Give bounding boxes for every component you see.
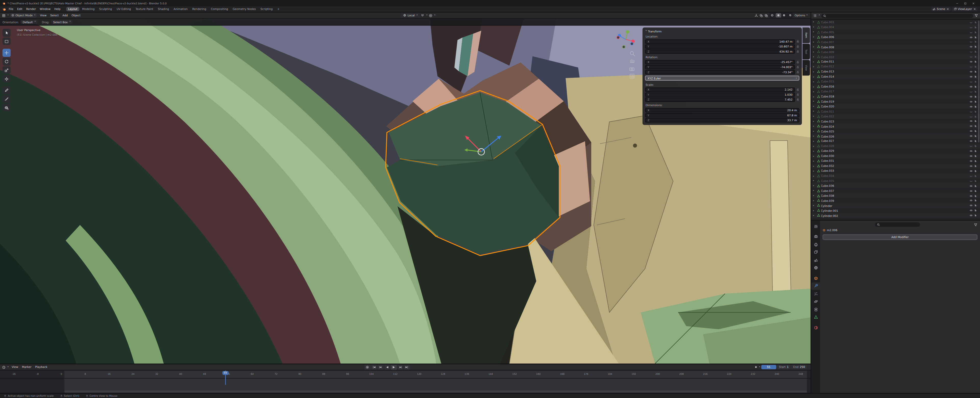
expand-chevron-icon[interactable]: ▸ — [813, 150, 816, 152]
selectability-icon[interactable] — [974, 45, 977, 48]
selectability-icon[interactable] — [974, 159, 977, 162]
lock-icon[interactable] — [796, 88, 799, 91]
hide-viewport-icon[interactable] — [969, 179, 972, 182]
expand-chevron-icon[interactable]: ▸ — [813, 214, 816, 217]
selectability-icon[interactable] — [974, 199, 977, 202]
collapse-chevron-icon[interactable]: ▾ — [646, 30, 647, 32]
transform-value-field[interactable]: X-25.457° — [645, 60, 795, 65]
expand-chevron-icon[interactable]: ▸ — [813, 165, 816, 167]
selectability-icon[interactable] — [974, 40, 977, 44]
properties-search-input[interactable] — [875, 223, 920, 227]
hide-viewport-icon[interactable] — [969, 45, 972, 48]
hide-viewport-icon[interactable] — [969, 134, 972, 138]
lock-icon[interactable] — [796, 93, 799, 96]
expand-chevron-icon[interactable]: ▸ — [813, 115, 816, 118]
transform-value-field[interactable]: Y1.030 — [645, 92, 795, 97]
hide-viewport-icon[interactable] — [969, 105, 972, 108]
selectability-icon[interactable] — [974, 119, 977, 123]
outliner-row[interactable]: ▸Cube.026 — [811, 134, 980, 139]
expand-chevron-icon[interactable]: ▸ — [813, 160, 816, 162]
workspace-tab-rendering[interactable]: Rendering — [190, 6, 208, 11]
expand-chevron-icon[interactable]: ▸ — [813, 155, 816, 158]
orientation-dropdown[interactable]: Local ▾ — [401, 13, 420, 18]
proportional-edit-icon[interactable] — [429, 14, 433, 18]
selectability-icon[interactable] — [974, 80, 977, 83]
lock-icon[interactable] — [796, 50, 799, 53]
selectability-icon[interactable] — [974, 100, 977, 103]
selectability-icon[interactable] — [974, 105, 977, 108]
lock-icon[interactable] — [796, 98, 799, 101]
select-box-tool-button[interactable] — [3, 38, 11, 45]
outliner-row[interactable]: ▸Cube.009 — [811, 49, 980, 54]
hide-viewport-icon[interactable] — [969, 199, 972, 202]
transform-value-field[interactable]: Z33.7 m — [645, 118, 799, 123]
hide-viewport-icon[interactable] — [969, 85, 972, 88]
expand-chevron-icon[interactable]: ▸ — [813, 204, 816, 207]
expand-chevron-icon[interactable]: ▸ — [813, 170, 816, 172]
expand-chevron-icon[interactable]: ▸ — [813, 51, 816, 53]
expand-chevron-icon[interactable]: ▸ — [813, 209, 816, 212]
timeline-menu-view[interactable]: View — [10, 365, 20, 369]
maximize-button[interactable] — [961, 0, 969, 6]
expand-chevron-icon[interactable]: ▸ — [813, 194, 816, 197]
add-workspace-button[interactable]: + — [275, 6, 282, 11]
expand-chevron-icon[interactable]: ▸ — [813, 26, 816, 28]
selectability-icon[interactable] — [974, 150, 977, 153]
selectability-icon[interactable] — [974, 75, 977, 78]
hide-viewport-icon[interactable] — [969, 145, 972, 148]
start-frame-field[interactable]: Start 1 — [777, 365, 791, 369]
outliner-row[interactable]: ▸Cube.031 — [811, 158, 980, 163]
prev-key-button[interactable] — [377, 365, 383, 370]
viewlayer-selector[interactable]: ViewLayer — [952, 7, 978, 11]
outliner-row[interactable]: ▸Cube.013 — [811, 69, 980, 74]
selectability-icon[interactable] — [974, 189, 977, 193]
hide-viewport-icon[interactable] — [969, 119, 972, 123]
outliner-row[interactable]: ▸Cube.029 — [811, 149, 980, 154]
outliner-scrollbar[interactable] — [978, 21, 980, 143]
properties-tab-object[interactable] — [811, 274, 820, 282]
workspace-tab-sculpting[interactable]: Sculpting — [97, 6, 114, 11]
outliner-search-input[interactable] — [821, 14, 973, 18]
hide-viewport-icon[interactable] — [969, 130, 972, 133]
selectability-icon[interactable] — [974, 50, 977, 54]
lock-icon[interactable] — [796, 66, 799, 69]
expand-chevron-icon[interactable]: ▸ — [813, 199, 816, 202]
properties-tab-scene[interactable] — [811, 256, 820, 264]
transform-value-field[interactable]: X20.4 m — [645, 108, 799, 113]
transform-value-field[interactable]: Z7.452 — [645, 97, 795, 102]
outliner-row[interactable]: ▸Cube.019 — [811, 99, 980, 104]
hide-viewport-icon[interactable] — [969, 30, 972, 34]
expand-chevron-icon[interactable]: ▸ — [813, 31, 816, 33]
selectability-icon[interactable] — [974, 209, 977, 212]
expand-chevron-icon[interactable]: ▸ — [813, 56, 816, 58]
hide-viewport-icon[interactable] — [969, 194, 972, 197]
snap-icon[interactable] — [421, 14, 425, 18]
measure-tool-button[interactable] — [3, 95, 11, 103]
current-frame-field[interactable]: 55 — [761, 365, 776, 369]
menu-window[interactable]: Window — [38, 7, 52, 11]
hide-viewport-icon[interactable] — [969, 209, 972, 212]
workspace-tab-layout[interactable]: Layout — [66, 6, 80, 11]
close-button[interactable] — [969, 0, 977, 6]
workspace-tab-compositing[interactable]: Compositing — [209, 6, 230, 11]
outliner-row[interactable]: ▸Cube.027 — [811, 139, 980, 143]
selectability-icon[interactable] — [974, 95, 977, 98]
drag-setting-dropdown[interactable]: Select Box ▾ — [51, 20, 73, 24]
selectability-icon[interactable] — [974, 154, 977, 158]
expand-chevron-icon[interactable]: ▸ — [813, 145, 816, 148]
outliner-row[interactable]: ▸Cube.010 — [811, 54, 980, 59]
lock-icon[interactable] — [796, 61, 799, 64]
expand-chevron-icon[interactable]: ▸ — [813, 90, 816, 93]
outliner-row[interactable]: ▸Cube.015 — [811, 79, 980, 84]
lock-icon[interactable] — [796, 71, 799, 74]
auto-key-button[interactable] — [364, 365, 370, 370]
timeline-menu-playback[interactable]: Playback — [33, 365, 49, 369]
lock-icon[interactable] — [796, 40, 799, 43]
panel-tab-tool[interactable]: Tool — [802, 44, 810, 59]
hide-viewport-icon[interactable] — [969, 95, 972, 98]
expand-chevron-icon[interactable]: ▸ — [813, 125, 816, 127]
selectability-icon[interactable] — [974, 124, 977, 128]
outliner-row[interactable]: ▸Cube.014 — [811, 74, 980, 79]
workspace-tab-geometry-nodes[interactable]: Geometry Nodes — [231, 6, 258, 11]
timeline-scrollbar[interactable] — [64, 390, 807, 392]
